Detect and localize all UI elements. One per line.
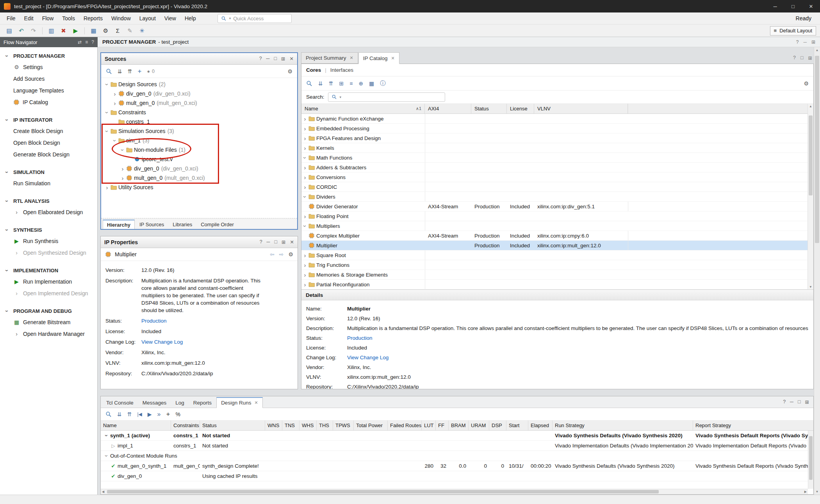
scroll-left-icon[interactable]: ◀ bbox=[101, 489, 105, 494]
edit-icon[interactable]: ✎ bbox=[125, 26, 135, 36]
run-group-out-of-context[interactable]: ›Out-of-Context Module Runs bbox=[101, 451, 813, 461]
close-icon[interactable]: ✕ bbox=[290, 239, 294, 245]
tree-item-utility-sources[interactable]: ›Utility Sources bbox=[101, 183, 297, 192]
tab-hierarchy[interactable]: Hierarchy bbox=[103, 220, 135, 229]
save-icon[interactable]: ▤ bbox=[4, 26, 14, 36]
column-tpws[interactable]: TPWS bbox=[333, 421, 354, 430]
menu-tools[interactable]: Tools bbox=[58, 13, 79, 23]
gear-icon[interactable]: ⚙ bbox=[288, 251, 293, 257]
catalog-row-math-functions[interactable]: ›Math Functions bbox=[301, 153, 813, 163]
maximize-button[interactable]: □ bbox=[784, 0, 802, 12]
column-tns[interactable]: TNS bbox=[282, 421, 299, 430]
column-run-strategy[interactable]: Run Strategy bbox=[553, 421, 693, 430]
sidebar-item-language-templates[interactable]: Language Templates bbox=[0, 85, 97, 96]
expander-icon[interactable]: › bbox=[103, 453, 110, 460]
tab-ip-sources[interactable]: IP Sources bbox=[135, 220, 168, 229]
scrollbar-thumb[interactable] bbox=[815, 56, 819, 243]
catalog-row[interactable]: ›Floating Point bbox=[301, 211, 813, 221]
float-icon[interactable]: ⊞ bbox=[808, 55, 812, 61]
catalog-row-multiplier-selected[interactable]: MultiplierProductionIncludedxilinx.com:i… bbox=[301, 241, 813, 250]
reports-icon[interactable]: ▦ bbox=[88, 26, 99, 36]
tab-design-runs[interactable]: Design Runs✕ bbox=[216, 397, 263, 408]
column-report-strategy[interactable]: Report Strategy bbox=[693, 421, 813, 430]
expander-icon[interactable]: › bbox=[302, 193, 308, 200]
section-project-manager[interactable]: ›PROJECT MANAGER bbox=[0, 50, 97, 61]
tab-ip-catalog[interactable]: IP Catalog✕ bbox=[358, 52, 399, 64]
expander-icon[interactable]: › bbox=[301, 135, 308, 142]
tree-item-sim-1[interactable]: ›sim_1(3) bbox=[101, 136, 297, 145]
scroll-up-icon[interactable]: ▲ bbox=[814, 48, 820, 52]
expander-icon[interactable]: › bbox=[112, 137, 118, 144]
catalog-row[interactable]: ›Kernels bbox=[301, 143, 813, 153]
help-icon[interactable]: ? bbox=[260, 239, 262, 245]
sidebar-item-open-hardware-manager[interactable]: ›Open Hardware Manager bbox=[0, 328, 97, 340]
help-icon[interactable]: ? bbox=[796, 39, 799, 45]
info-icon[interactable]: ⓘ bbox=[380, 80, 385, 87]
minimize-icon[interactable]: ─ bbox=[803, 39, 807, 45]
catalog-row[interactable]: ›Trig Functions bbox=[301, 260, 813, 270]
expander-icon[interactable]: › bbox=[301, 145, 308, 151]
collapse-all-icon[interactable]: ⇊ bbox=[318, 80, 323, 87]
scrollbar-thumb[interactable] bbox=[809, 436, 813, 480]
copy-icon[interactable]: ▥ bbox=[46, 26, 57, 36]
catalog-row-multipliers[interactable]: ›Multipliers bbox=[301, 221, 813, 231]
sidebar-item-open-synthesized-design[interactable]: ›Open Synthesized Design bbox=[0, 247, 97, 259]
expand-all-icon[interactable]: ⇈ bbox=[127, 411, 132, 417]
float-icon[interactable]: ⊞ bbox=[282, 239, 285, 245]
status-link[interactable]: Production bbox=[141, 317, 260, 325]
subtab-interfaces[interactable]: Interfaces bbox=[330, 67, 353, 73]
tab-libraries[interactable]: Libraries bbox=[169, 220, 196, 229]
column-lut[interactable]: LUT bbox=[422, 421, 436, 430]
create-run-icon[interactable]: + bbox=[166, 410, 170, 418]
float-icon[interactable]: ⊞ bbox=[281, 56, 285, 62]
minimize-button[interactable]: ─ bbox=[766, 0, 784, 12]
tree-item-constraints[interactable]: ›Constraints bbox=[101, 108, 297, 117]
undo-icon[interactable]: ↶ bbox=[16, 26, 27, 36]
tab-compile-order[interactable]: Compile Order bbox=[197, 220, 238, 229]
tree-item-sim-div-gen-0[interactable]: ›div_gen_0(div_gen_0.xci) bbox=[101, 164, 297, 173]
column-constraints[interactable]: Constraints bbox=[171, 421, 200, 430]
catalog-row[interactable]: ›Partial Reconfiguration bbox=[301, 280, 813, 289]
tree-item-simulation-sources[interactable]: ›Simulation Sources(3) bbox=[101, 126, 297, 136]
expander-icon[interactable]: › bbox=[301, 272, 308, 278]
help-icon[interactable]: ? bbox=[259, 56, 262, 62]
column-start[interactable]: Start bbox=[506, 421, 528, 430]
maximize-icon[interactable]: □ bbox=[274, 56, 277, 62]
catalog-row-divider-generator[interactable]: Divider GeneratorAXI4-StreamProductionIn… bbox=[301, 202, 813, 211]
layout-selector[interactable]: ≡ Default Layout bbox=[770, 26, 816, 35]
column-ff[interactable]: FF bbox=[436, 421, 449, 430]
close-button[interactable]: ✕ bbox=[802, 0, 820, 12]
expander-icon[interactable]: › bbox=[301, 252, 308, 259]
grid-view-icon[interactable]: ▦ bbox=[369, 80, 374, 87]
expander-icon[interactable]: › bbox=[119, 165, 126, 172]
column-ths[interactable]: THS bbox=[317, 421, 333, 430]
expander-icon[interactable]: › bbox=[119, 175, 126, 181]
section-synthesis[interactable]: ›SYNTHESIS bbox=[0, 224, 97, 235]
scrollbar-thumb[interactable] bbox=[107, 490, 659, 493]
sidebar-item-add-sources[interactable]: Add Sources bbox=[0, 73, 97, 85]
column-bram[interactable]: BRAM bbox=[449, 421, 469, 430]
sidebar-item-run-simulation[interactable]: Run Simulation bbox=[0, 177, 97, 189]
hierarchy-view-icon[interactable]: ⊞ bbox=[339, 80, 344, 87]
expander-icon[interactable]: › bbox=[301, 184, 308, 190]
change-log-link[interactable]: View Change Log bbox=[347, 355, 389, 360]
menu-layout[interactable]: Layout bbox=[135, 13, 160, 23]
menu-help[interactable]: Help bbox=[180, 13, 200, 23]
expander-icon[interactable]: › bbox=[103, 184, 111, 191]
expander-icon[interactable]: › bbox=[119, 146, 126, 153]
scroll-right-icon[interactable]: ▶ bbox=[803, 489, 808, 494]
settings-gear-icon[interactable]: ⚙ bbox=[100, 26, 111, 36]
catalog-row[interactable]: ›Square Root bbox=[301, 250, 813, 260]
sidebar-item-run-implementation[interactable]: ▶Run Implementation bbox=[0, 276, 97, 287]
tab-messages[interactable]: Messages bbox=[138, 398, 171, 408]
column-name[interactable]: Name∧1 bbox=[301, 104, 425, 114]
fast-forward-icon[interactable]: » bbox=[157, 411, 161, 418]
menu-icon[interactable]: ≡ bbox=[85, 39, 88, 45]
change-log-link[interactable]: View Change Log bbox=[141, 338, 260, 346]
column-status[interactable]: Status bbox=[471, 104, 507, 114]
minimize-icon[interactable]: ─ bbox=[266, 56, 270, 62]
scrollbar-thumb[interactable] bbox=[809, 115, 813, 195]
catalog-row[interactable]: ›Memories & Storage Elements bbox=[301, 270, 813, 280]
sidebar-item-open-elaborated-design[interactable]: ›Open Elaborated Design bbox=[0, 206, 97, 218]
expander-icon[interactable]: › bbox=[301, 213, 308, 220]
